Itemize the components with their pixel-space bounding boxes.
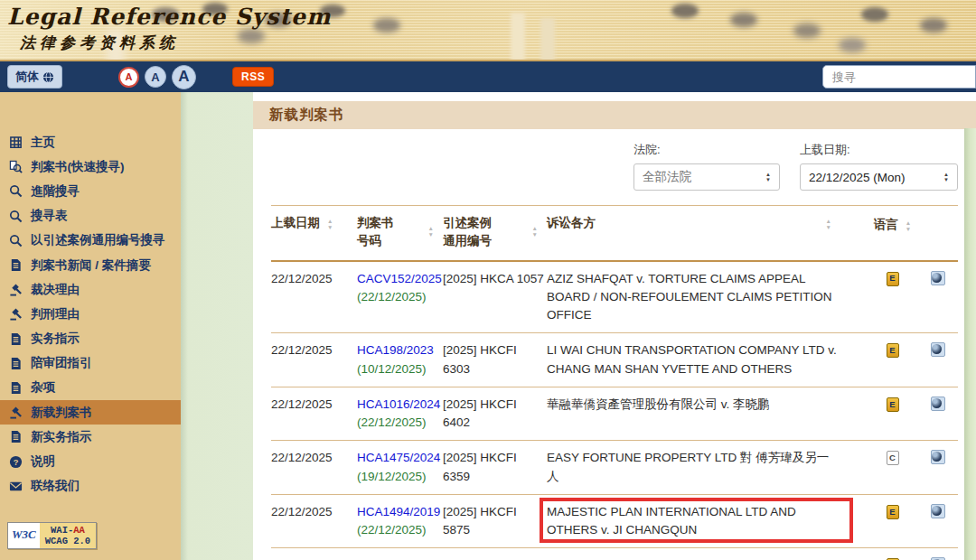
sidebar-item-search-form[interactable]: 搜寻表: [0, 204, 181, 229]
globe-icon[interactable]: [931, 271, 945, 285]
sort-icon[interactable]: ▲▼: [428, 225, 434, 238]
header-neutral-citation[interactable]: 引述案例通用编号 ▲▼: [443, 214, 547, 251]
sidebar-item-jury-directions[interactable]: 陪审团指引: [0, 351, 181, 376]
document-icon: [9, 332, 23, 346]
w3c-logo: W3C: [8, 523, 40, 548]
sidebar-item-newly-loaded-judgments[interactable]: 新载判案书: [0, 400, 181, 425]
gavel-icon: [9, 307, 23, 321]
case-number-link[interactable]: HCA1475/2024: [357, 449, 443, 467]
question-icon: ?: [9, 455, 23, 469]
font-size-large-button[interactable]: A: [172, 65, 196, 89]
language-toggle-button[interactable]: 简体: [7, 65, 62, 89]
sidebar-item-label: 判刑理由: [31, 306, 80, 322]
parties-text: MAJESTIC PLAN INTERNATIONAL LTD AND OTHE…: [547, 503, 840, 540]
sidebar-item-judgments-quick-search[interactable]: 判案书(快速搜寻): [0, 154, 181, 179]
language-english-icon[interactable]: E: [887, 505, 899, 519]
grid-icon: [9, 135, 23, 149]
globe-icon[interactable]: [931, 450, 945, 464]
globe-icon: [42, 71, 54, 83]
select-spinner-icon: ▲▼: [765, 172, 771, 183]
judgment-date: (22/12/2025): [357, 288, 443, 306]
parties-cell: VICTORY CITY INTERNATIONAL HOLDINGS LTD …: [547, 556, 868, 560]
citation-cell: [2025] HKCFI 5505: [443, 556, 547, 560]
sidebar-item-help[interactable]: ? 说明: [0, 449, 181, 473]
globe-cell: [917, 556, 958, 560]
sidebar-item-miscellaneous[interactable]: 杂项: [0, 376, 181, 400]
parties-cell: MAJESTIC PLAN INTERNATIONAL LTD AND OTHE…: [547, 503, 868, 540]
globe-icon[interactable]: [931, 504, 945, 518]
document-icon: [9, 258, 23, 272]
language-english-icon[interactable]: E: [887, 272, 899, 286]
sidebar-item-contact-us[interactable]: 联络我们: [0, 474, 181, 499]
header-language[interactable]: 语言 ▲▼: [868, 214, 917, 251]
globe-cell: [917, 503, 958, 540]
sidebar-item-neutral-citation-search[interactable]: 以引述案例通用编号搜寻: [0, 229, 181, 253]
banner: Legal Reference System 法律参考资料系统: [0, 0, 976, 61]
table-row: 22/12/2025 HCA198/2023 (10/12/2025) [202…: [271, 333, 958, 387]
sort-icon[interactable]: ▲▼: [826, 218, 831, 230]
upload-date-select-value: 22/12/2025 (Mon): [809, 171, 906, 184]
parties-cell: 華融華僑資產管理股份有限公司 v. 李晓鹏: [547, 396, 868, 433]
upload-date-cell: 22/12/2025: [271, 503, 357, 540]
logo-title-english: Legal Reference System: [7, 4, 331, 30]
globe-icon[interactable]: [931, 342, 945, 357]
sidebar-item-advanced-search[interactable]: 進階搜寻: [0, 179, 181, 203]
sidebar-item-label: 陪审团指引: [31, 355, 92, 371]
judgment-table: 上载日期 ▲▼ 判案书号码 ▲▼ 引述案例通用编号 ▲▼ 诉讼各方 ▲▼ 语言: [271, 205, 958, 560]
case-number-cell: HCA198/2023 (10/12/2025): [357, 341, 443, 378]
sidebar-item-reasons-for-sentence[interactable]: 判刑理由: [0, 302, 181, 326]
sidebar-item-practice-directions[interactable]: 实务指示: [0, 327, 181, 351]
judgment-date: (19/12/2025): [357, 468, 443, 486]
sidebar-item-label: 新载判案书: [31, 405, 92, 421]
header-case-number[interactable]: 判案书号码 ▲▼: [357, 214, 443, 251]
wcag-badge[interactable]: W3C WAI-AA WCAG 2.0: [7, 522, 97, 549]
globe-icon[interactable]: [931, 397, 945, 411]
header-label: 判案书号码: [357, 214, 394, 251]
case-number-link[interactable]: HCA2083/2024: [357, 556, 443, 560]
upload-date-cell: 22/12/2025: [271, 449, 357, 486]
globe-cell: [917, 270, 958, 325]
header-label: 引述案例通用编号: [443, 214, 492, 251]
language-english-icon[interactable]: E: [887, 397, 899, 412]
upload-date-cell: 22/12/2025: [271, 341, 357, 378]
sidebar-item-home[interactable]: 主页: [0, 130, 181, 154]
svg-text:?: ?: [14, 457, 19, 466]
table-row: 22/12/2025 CACV152/2025 (22/12/2025) [20…: [271, 262, 958, 334]
font-size-small-button[interactable]: A: [118, 67, 139, 88]
font-size-medium-button[interactable]: A: [145, 66, 166, 88]
sidebar-item-reasons-for-verdict[interactable]: 裁决理由: [0, 277, 181, 302]
language-english-icon[interactable]: E: [887, 343, 899, 358]
citation-cell: [2025] HKCFI 6303: [443, 341, 547, 378]
case-number-cell: HCA1475/2024 (19/12/2025): [357, 449, 443, 486]
globe-cell: [917, 396, 958, 433]
sort-icon[interactable]: ▲▼: [327, 218, 333, 230]
header-upload-date[interactable]: 上载日期 ▲▼: [271, 214, 357, 251]
document-icon: [9, 381, 23, 395]
case-number-link[interactable]: HCA1494/2019: [357, 503, 443, 521]
judgment-date: (10/12/2025): [357, 360, 443, 378]
court-select[interactable]: 全部法院 ▲▼: [633, 163, 780, 191]
sort-icon[interactable]: ▲▼: [532, 225, 538, 238]
parties-text: LI WAI CHUN TRANSPORTATION COMPANY LTD v…: [547, 341, 840, 378]
search-input[interactable]: [822, 65, 976, 89]
case-number-link[interactable]: HCA198/2023: [357, 341, 443, 359]
language-chinese-icon[interactable]: C: [887, 451, 899, 465]
search-doc-icon: [9, 160, 23, 173]
rss-button[interactable]: RSS: [232, 67, 274, 87]
sidebar-item-judgment-news[interactable]: 判案书新闻 / 案件摘要: [0, 253, 181, 277]
parties-text: VICTORY CITY INTERNATIONAL HOLDINGS LTD …: [547, 556, 840, 560]
judgment-date: (22/12/2025): [357, 414, 443, 432]
parties-text: 華融華僑資產管理股份有限公司 v. 李晓鹏: [547, 396, 840, 414]
parties-cell: EASY FORTUNE PROPERTY LTD 對 傅芳瑋及另一人: [547, 449, 868, 486]
case-number-link[interactable]: HCA1016/2024: [357, 396, 443, 414]
sort-icon[interactable]: ▲▼: [906, 219, 911, 232]
sidebar-item-label: 新实务指示: [31, 429, 92, 445]
upload-date-select[interactable]: 22/12/2025 (Mon) ▲▼: [800, 163, 958, 191]
header-parties[interactable]: 诉讼各方 ▲▼: [547, 214, 868, 251]
case-number-link[interactable]: CACV152/2025: [357, 270, 443, 288]
sidebar: 主页 判案书(快速搜寻) 進階搜寻 搜寻表 以引述案例通用编号搜寻 判案书新闻 …: [0, 92, 181, 560]
sidebar-item-label: 主页: [31, 135, 55, 151]
aa-text: AA: [73, 525, 85, 536]
sidebar-item-label: 杂项: [31, 379, 55, 396]
sidebar-item-new-practice-directions[interactable]: 新实务指示: [0, 425, 181, 449]
